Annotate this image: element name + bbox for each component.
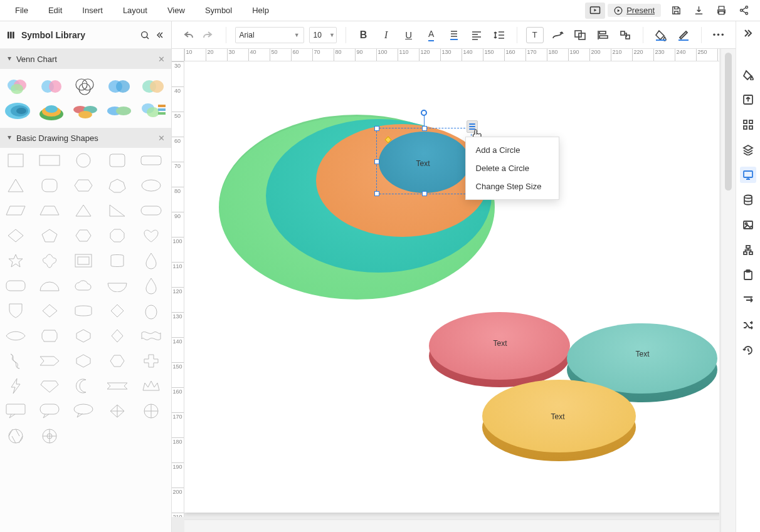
shape-target[interactable] (36, 427, 63, 445)
shape-parallelogram[interactable] (3, 202, 29, 219)
shape-drop[interactable] (138, 252, 164, 269)
venn-legend-icon[interactable] (139, 100, 167, 122)
resize-nw[interactable] (374, 126, 379, 131)
search-icon[interactable] (140, 30, 150, 40)
slideshow-button[interactable] (585, 3, 605, 19)
shape-pill[interactable] (138, 152, 164, 169)
shape-halfcircle[interactable] (36, 277, 63, 295)
shape-callout-ellipse[interactable] (70, 402, 97, 420)
align-button[interactable] (468, 27, 485, 43)
text-box-button[interactable]: T (526, 27, 544, 43)
grid-panel-icon[interactable] (740, 117, 756, 133)
menu-edit[interactable]: Edit (38, 2, 72, 19)
shape-banner-square[interactable] (104, 252, 130, 269)
shape-ellipse[interactable] (138, 177, 164, 194)
font-select[interactable]: Arial▼ (235, 27, 304, 43)
ruler-horizontal[interactable]: 1020304050607080901001101201301401501601… (184, 49, 719, 61)
menu-symbol[interactable]: Symbol (195, 2, 242, 19)
venn-3d-stack-icon[interactable] (38, 100, 65, 122)
resize-sw[interactable] (374, 191, 379, 196)
venn-3d-discs-icon[interactable] (71, 100, 99, 122)
resize-w[interactable] (374, 159, 379, 164)
align-objects-button[interactable] (594, 27, 611, 43)
fill-panel-icon[interactable] (740, 66, 756, 83)
venn-stacked-icon[interactable] (4, 100, 31, 122)
ctx-add-circle[interactable]: Add a Circle (466, 141, 559, 159)
shape-aperture[interactable] (3, 427, 29, 445)
shape-triangle-up[interactable] (70, 202, 97, 219)
shape-pie4[interactable] (138, 402, 164, 420)
print-icon[interactable] (710, 2, 732, 19)
shape-trapezoid[interactable] (36, 202, 63, 219)
menu-insert[interactable]: Insert (72, 2, 113, 19)
shape-roundrect[interactable] (104, 152, 130, 169)
shape-lightning[interactable] (3, 377, 29, 395)
shape-frame2[interactable] (70, 302, 97, 320)
bold-button[interactable]: B (355, 27, 372, 43)
shape-card[interactable] (3, 277, 29, 295)
shape-ribbon[interactable] (104, 377, 130, 395)
disc-yellow[interactable] (482, 380, 636, 464)
shape-shield[interactable] (3, 302, 29, 320)
shape-halfellipse[interactable] (104, 277, 130, 295)
shape-drop2[interactable] (138, 277, 164, 295)
shape-hexagon[interactable] (70, 177, 97, 194)
clipboard-panel-icon[interactable] (740, 267, 756, 283)
group-button[interactable] (571, 27, 589, 43)
expand-panel-icon[interactable] (740, 25, 756, 41)
redo-button[interactable] (199, 27, 217, 43)
resize-s[interactable] (422, 191, 427, 196)
canvas[interactable]: Text (184, 61, 719, 517)
shape-hexagon2[interactable] (70, 227, 97, 244)
close-venn-icon[interactable]: ✕ (158, 55, 165, 64)
shape-square[interactable] (3, 152, 29, 169)
shape-rhombus2[interactable] (104, 327, 130, 345)
shape-cloud[interactable] (70, 277, 97, 295)
ruler-vertical[interactable]: 3040506070809010011012013014015016017018… (172, 61, 184, 517)
share-icon[interactable] (732, 2, 755, 19)
shape-wave2[interactable] (3, 352, 29, 370)
menu-layout[interactable]: Layout (113, 2, 157, 19)
shape-diamond-cross[interactable] (104, 402, 130, 420)
shuffle-panel-icon[interactable] (740, 317, 756, 333)
shape-hex4[interactable] (70, 352, 97, 370)
more-button[interactable]: ••• (710, 27, 728, 43)
venn-3-color-icon[interactable] (4, 75, 31, 96)
shape-lens[interactable] (3, 327, 29, 345)
shape-diamond2[interactable] (36, 302, 63, 320)
shape-triangle[interactable] (3, 177, 29, 194)
presentation-panel-icon[interactable] (740, 167, 756, 183)
history-panel-icon[interactable] (740, 342, 756, 358)
export-panel-icon[interactable] (740, 91, 756, 108)
shape-hex5[interactable] (104, 352, 130, 370)
section-basic-head[interactable]: ▲ Basic Drawing Shapes ✕ (0, 128, 171, 148)
disc-red-label[interactable]: Text (493, 339, 507, 348)
shape-arrow-hex[interactable] (36, 352, 63, 370)
shape-rect[interactable] (36, 152, 63, 169)
action-tag[interactable] (467, 120, 478, 133)
close-basic-icon[interactable]: ✕ (158, 133, 165, 143)
transition-panel-icon[interactable] (740, 292, 756, 308)
highlight-button[interactable] (445, 27, 463, 43)
shape-egg[interactable] (138, 302, 164, 320)
section-venn-head[interactable]: ▲ Venn Chart ✕ (0, 49, 171, 69)
venn-pastel-icon[interactable] (139, 75, 167, 96)
shape-frame[interactable] (70, 252, 97, 269)
layers-panel-icon[interactable] (740, 142, 756, 158)
hierarchy-panel-icon[interactable] (740, 242, 756, 258)
shape-crown[interactable] (138, 377, 164, 395)
ctx-change-step[interactable]: Change Step Size (466, 177, 559, 196)
shape-plus[interactable] (138, 352, 164, 370)
shape-callout-round[interactable] (36, 402, 63, 420)
horizontal-scrollbar[interactable] (184, 519, 719, 532)
shape-heptagon[interactable] (104, 177, 130, 194)
shape-rhombus[interactable] (104, 302, 130, 320)
venn-3-outline-icon[interactable] (71, 75, 99, 96)
shape-octagon-round[interactable] (36, 177, 63, 194)
resize-n[interactable] (422, 126, 427, 131)
menu-help[interactable]: Help (242, 2, 279, 19)
shape-heart[interactable] (138, 227, 164, 244)
shape-plaque[interactable] (36, 327, 63, 345)
save-icon[interactable] (665, 2, 687, 19)
disc-yellow-label[interactable]: Text (551, 412, 565, 421)
